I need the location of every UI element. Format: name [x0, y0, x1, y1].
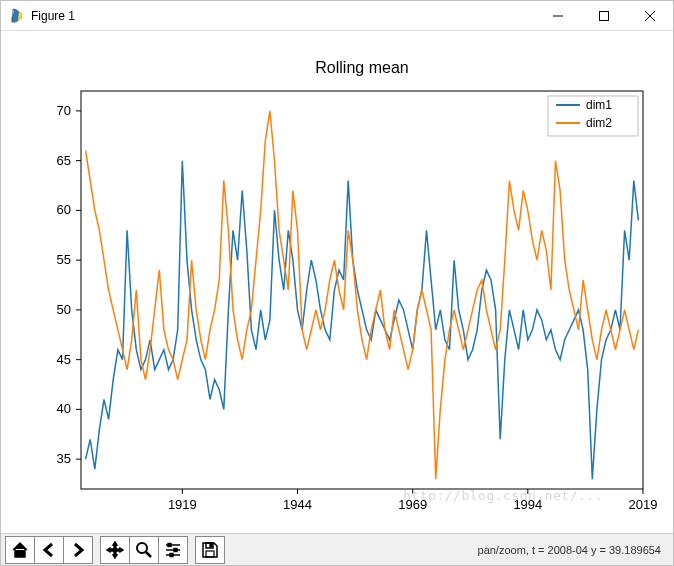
- svg-text:1969: 1969: [398, 497, 427, 512]
- save-icon: [201, 541, 219, 559]
- svg-text:dim1: dim1: [586, 98, 612, 112]
- sliders-icon: [164, 541, 182, 559]
- svg-text:45: 45: [57, 352, 71, 367]
- arrow-left-icon: [40, 541, 58, 559]
- forward-button[interactable]: [63, 536, 93, 564]
- svg-text:1919: 1919: [168, 497, 197, 512]
- svg-text:50: 50: [57, 302, 71, 317]
- save-button[interactable]: [195, 536, 225, 564]
- close-button[interactable]: [627, 1, 673, 31]
- svg-point-37: [137, 543, 147, 553]
- zoom-icon: [135, 541, 153, 559]
- svg-rect-42: [174, 548, 177, 551]
- home-icon: [11, 541, 29, 559]
- window-title: Figure 1: [31, 9, 535, 23]
- titlebar: Figure 1: [1, 1, 673, 31]
- chart-canvas: 354045505560657019191944196919942019Roll…: [1, 31, 673, 529]
- zoom-button[interactable]: [129, 536, 159, 564]
- svg-text:1994: 1994: [513, 497, 542, 512]
- svg-rect-1: [600, 11, 609, 20]
- svg-text:Rolling mean: Rolling mean: [315, 59, 408, 76]
- window: Figure 1 3540455055606570191919441969199…: [0, 0, 674, 566]
- toolbar: pan/zoom, t = 2008-04 y = 39.189654: [1, 533, 673, 565]
- minimize-button[interactable]: [535, 1, 581, 31]
- pan-button[interactable]: [100, 536, 130, 564]
- home-button[interactable]: [5, 536, 35, 564]
- plot-area[interactable]: 354045505560657019191944196919942019Roll…: [1, 31, 673, 533]
- configure-button[interactable]: [158, 536, 188, 564]
- svg-line-38: [146, 552, 151, 557]
- svg-rect-44: [170, 553, 173, 556]
- svg-text:65: 65: [57, 153, 71, 168]
- status-text: pan/zoom, t = 2008-04 y = 39.189654: [232, 544, 669, 556]
- svg-text:40: 40: [57, 401, 71, 416]
- back-button[interactable]: [34, 536, 64, 564]
- svg-text:35: 35: [57, 451, 71, 466]
- svg-rect-40: [168, 543, 171, 546]
- svg-text:1944: 1944: [283, 497, 312, 512]
- svg-text:dim2: dim2: [586, 116, 612, 130]
- svg-text:2019: 2019: [629, 497, 658, 512]
- svg-rect-4: [81, 91, 643, 489]
- move-icon: [106, 541, 124, 559]
- svg-rect-46: [206, 551, 214, 557]
- app-icon: [9, 8, 25, 24]
- svg-rect-47: [210, 544, 212, 547]
- maximize-button[interactable]: [581, 1, 627, 31]
- svg-text:70: 70: [57, 103, 71, 118]
- arrow-right-icon: [69, 541, 87, 559]
- svg-text:55: 55: [57, 252, 71, 267]
- svg-text:60: 60: [57, 202, 71, 217]
